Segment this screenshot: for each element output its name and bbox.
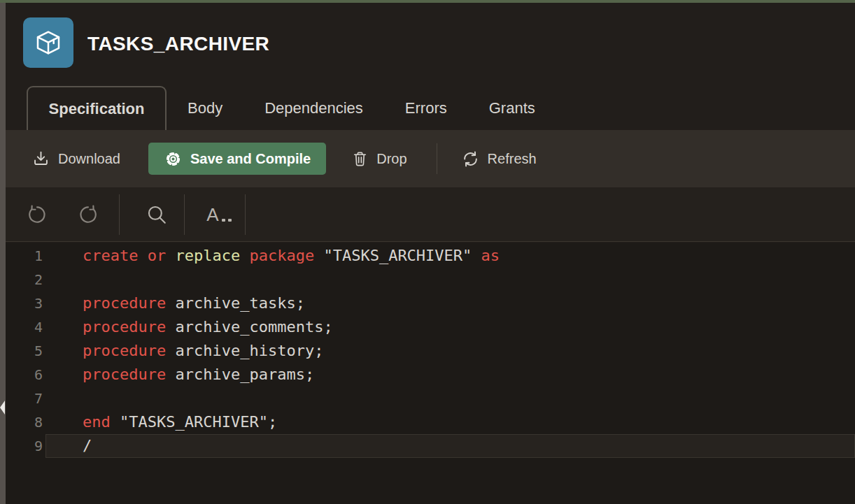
undo-icon bbox=[26, 203, 48, 226]
line-number: 8 bbox=[6, 410, 43, 434]
code-line[interactable]: create or replace package "TASKS_ARCHIVE… bbox=[45, 244, 855, 268]
code-line[interactable]: procedure archive_comments; bbox=[45, 315, 855, 339]
editor-code[interactable]: create or replace package "TASKS_ARCHIVE… bbox=[45, 244, 855, 504]
tab-label: Errors bbox=[405, 99, 447, 117]
line-number: 2 bbox=[6, 268, 43, 291]
redo-icon bbox=[77, 203, 99, 226]
code-token: procedure bbox=[83, 342, 166, 359]
tab-label: Specification bbox=[49, 100, 145, 118]
code-token: end bbox=[83, 413, 111, 431]
save-and-compile-button[interactable]: Save and Compile bbox=[148, 143, 326, 175]
page-title: TASKS_ARCHIVER bbox=[87, 33, 269, 55]
code-token: or bbox=[148, 247, 167, 264]
line-number: 4 bbox=[6, 315, 43, 339]
tab-label: Grants bbox=[489, 99, 535, 117]
tab-grants[interactable]: Grants bbox=[468, 86, 556, 130]
code-token bbox=[240, 247, 249, 264]
code-token: archive_history; bbox=[166, 342, 323, 359]
editor-toolbar-divider bbox=[184, 194, 185, 235]
drop-button[interactable]: Drop bbox=[351, 150, 407, 168]
editor-toolbar: A bbox=[6, 187, 855, 242]
line-number: 1 bbox=[6, 244, 43, 268]
panel-collapse-handle-icon[interactable] bbox=[0, 401, 5, 415]
code-token: "TASKS_ARCHIVER"; bbox=[111, 413, 277, 431]
left-splitter-rail bbox=[0, 3, 6, 504]
tab-body[interactable]: Body bbox=[167, 86, 243, 130]
code-token: archive_params; bbox=[166, 366, 314, 383]
code-line[interactable]: procedure archive_params; bbox=[45, 363, 855, 387]
drop-label: Drop bbox=[376, 151, 407, 167]
line-number: 6 bbox=[6, 363, 43, 387]
code-token bbox=[166, 247, 175, 264]
refresh-label: Refresh bbox=[488, 151, 537, 167]
font-settings-button[interactable]: A bbox=[203, 193, 235, 236]
refresh-icon bbox=[461, 150, 480, 168]
editor-toolbar-divider bbox=[245, 194, 246, 235]
code-line[interactable]: / bbox=[45, 434, 855, 458]
toolbar-divider bbox=[437, 143, 437, 174]
code-token: archive_comments; bbox=[166, 318, 332, 336]
code-token: procedure bbox=[83, 366, 166, 383]
font-settings-icon: A bbox=[206, 206, 231, 224]
code-token: create bbox=[83, 247, 138, 264]
trash-icon bbox=[351, 150, 369, 168]
line-number: 9 bbox=[6, 434, 43, 458]
save-and-compile-label: Save and Compile bbox=[190, 151, 311, 167]
code-token: procedure bbox=[83, 318, 166, 336]
code-token bbox=[138, 247, 147, 264]
code-token: archive_tasks; bbox=[166, 294, 305, 312]
code-token: "TASKS_ARCHIVER" bbox=[314, 247, 481, 264]
code-token: as bbox=[481, 247, 500, 264]
search-button[interactable] bbox=[141, 193, 173, 236]
code-line[interactable] bbox=[45, 268, 855, 291]
editor-gutter: 123456789 bbox=[6, 244, 45, 504]
line-number: 7 bbox=[6, 387, 43, 410]
download-icon bbox=[31, 150, 50, 168]
tab-dependencies[interactable]: Dependencies bbox=[243, 86, 384, 130]
editor-toolbar-divider bbox=[119, 194, 120, 235]
refresh-button[interactable]: Refresh bbox=[461, 150, 537, 168]
download-button[interactable]: Download bbox=[31, 150, 120, 168]
code-line[interactable]: procedure archive_tasks; bbox=[45, 291, 855, 315]
undo-button[interactable] bbox=[21, 193, 53, 236]
line-number: 5 bbox=[6, 339, 43, 363]
gear-icon bbox=[164, 150, 183, 168]
code-line[interactable]: procedure archive_history; bbox=[45, 339, 855, 363]
code-token: / bbox=[83, 437, 92, 454]
code-token: replace bbox=[175, 247, 240, 264]
search-icon bbox=[145, 203, 169, 226]
tab-label: Dependencies bbox=[264, 99, 363, 117]
code-token: procedure bbox=[83, 294, 166, 312]
line-number: 3 bbox=[6, 291, 43, 315]
tab-errors[interactable]: Errors bbox=[384, 86, 468, 130]
package-cube-icon bbox=[23, 17, 73, 68]
code-line[interactable]: end "TASKS_ARCHIVER"; bbox=[45, 410, 855, 434]
download-label: Download bbox=[58, 151, 120, 167]
redo-button[interactable] bbox=[72, 193, 104, 236]
tab-specification[interactable]: Specification bbox=[27, 86, 167, 130]
code-line[interactable] bbox=[45, 387, 855, 410]
object-toolbar: Download Save and Compile Drop Refresh bbox=[6, 130, 855, 187]
tab-label: Body bbox=[188, 99, 222, 117]
object-tabs: Specification Body Dependencies Errors G… bbox=[27, 86, 556, 130]
code-token: package bbox=[249, 247, 314, 264]
code-editor[interactable]: 123456789 create or replace package "TAS… bbox=[6, 243, 855, 504]
top-accent-strip bbox=[0, 0, 855, 3]
